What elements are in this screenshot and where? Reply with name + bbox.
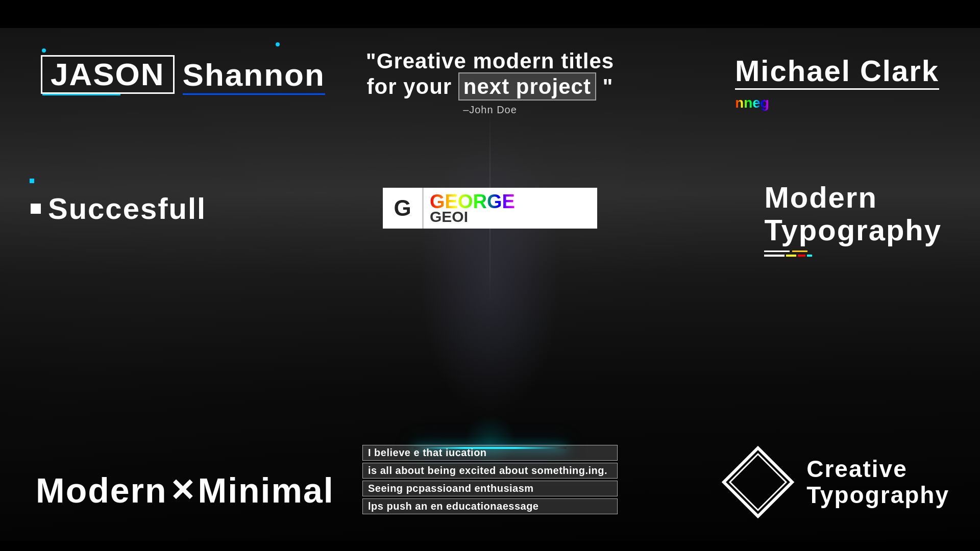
successful-element: Succesfull bbox=[31, 191, 206, 226]
svg-marker-0 bbox=[724, 448, 792, 516]
george-bottom-text: GEOI bbox=[430, 209, 515, 224]
shannon-label: Shannon bbox=[183, 57, 325, 93]
diamond-icon bbox=[720, 444, 796, 520]
quote-block-line3: Seeing pcpassioand enthusiasm bbox=[362, 481, 618, 496]
quote-block-element: I believe e that iucation is all about b… bbox=[362, 445, 618, 516]
modern-typography-line2: Typography bbox=[764, 213, 942, 246]
quote-line2-end: " bbox=[603, 74, 614, 98]
glitch-seg-white bbox=[764, 255, 785, 257]
george-g-letter: G bbox=[383, 188, 424, 229]
quote-line2-start: for your bbox=[367, 74, 452, 98]
creative-typography-text: Creative Typography bbox=[806, 456, 949, 508]
quote-main-text: "Greative modern titles for your next pr… bbox=[362, 48, 618, 100]
glitch-seg-red bbox=[798, 255, 805, 257]
jason-label: Jason bbox=[51, 57, 165, 92]
modern-typography-line1: Modern bbox=[764, 181, 877, 214]
typography-glitch-bar bbox=[764, 255, 942, 257]
quote-line1: "Greative modern titles bbox=[366, 49, 614, 73]
jason-shannon-element: Jason Shannon bbox=[41, 55, 325, 94]
letterbox-top bbox=[0, 0, 980, 28]
top-left-dot bbox=[42, 48, 46, 53]
modern-minimal-element: Modern ✕ Minimal bbox=[36, 470, 334, 510]
glitch-seg-yellow bbox=[786, 255, 796, 257]
svg-marker-1 bbox=[730, 454, 786, 510]
cyan-accent-dot bbox=[30, 179, 34, 183]
george-name-area: GEORGE GEOI bbox=[424, 192, 515, 224]
x-icon: ✕ bbox=[169, 472, 196, 508]
typography-underline bbox=[764, 251, 790, 252]
michael-clark-sub-area: nneg bbox=[735, 95, 939, 111]
glitch-seg-cyan bbox=[807, 255, 812, 257]
george-box-element: G GEORGE GEOI bbox=[383, 188, 597, 229]
quote-center-element: "Greative modern titles for your next pr… bbox=[362, 48, 618, 116]
quote-block-line4: lps push an en educationaessage bbox=[362, 498, 618, 514]
michael-clark-name-text: Michael Clark bbox=[735, 54, 939, 87]
creative-line2: Typography bbox=[806, 482, 949, 508]
jason-box: Jason bbox=[41, 55, 175, 94]
quote-block-line2: is all about being excited about somethi… bbox=[362, 463, 618, 479]
center-dot-top bbox=[276, 42, 280, 46]
creative-typography-element: Creative Typography bbox=[720, 444, 949, 520]
quote-highlight-text: next project bbox=[458, 72, 596, 101]
modern-typography-text: Modern Typography bbox=[764, 181, 942, 246]
successful-label: Succesfull bbox=[48, 191, 206, 226]
letterbox-bottom bbox=[0, 541, 980, 551]
modern-part1: Modern bbox=[36, 470, 167, 510]
minimal-part2: Minimal bbox=[198, 470, 334, 510]
creative-line1: Creative bbox=[806, 456, 949, 482]
success-bullet-icon bbox=[31, 204, 41, 214]
quote-block-line1: I believe e that iucation bbox=[362, 445, 618, 461]
quote-attribution: –John Doe bbox=[362, 104, 618, 116]
michael-clark-name: Michael Clark bbox=[735, 54, 939, 88]
michael-clark-element: Michael Clark nneg bbox=[735, 54, 939, 111]
modern-typography-element: Modern Typography bbox=[764, 181, 942, 257]
michael-clark-sub-glitch: nneg bbox=[735, 95, 769, 111]
